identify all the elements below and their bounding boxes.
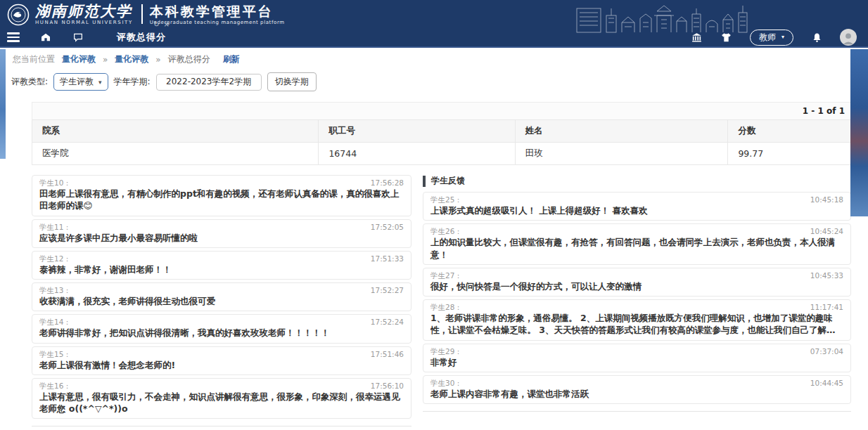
column-header-name: 姓名	[515, 120, 728, 143]
comment-list-left: 学生10 :17:56:28 田老师上课很有意思，有精心制作的ppt和有趣的视频…	[32, 175, 411, 426]
comment-text: 上课有意思，很有吸引力，不会走神，知识点讲解很有意思，很形象，印象深刻，很幸运遇…	[39, 391, 404, 415]
message-icon[interactable]	[72, 31, 84, 44]
tab-evaluation-score[interactable]: 评教总得分 ↻ ×	[117, 31, 166, 44]
term-input[interactable]	[156, 74, 262, 91]
comment-author: 学生30 :	[430, 378, 459, 388]
comment-time: 17:56:10	[371, 381, 404, 391]
chevron-down-icon: ▾	[98, 79, 102, 86]
tab-actions: ↻ ×	[153, 20, 170, 28]
score-table-section: 1 - 1 of 1 院系 职工号 姓名 分数 医学院 16744 田玫 99.…	[32, 102, 851, 165]
table-header-row: 院系 职工号 姓名 分数	[32, 120, 851, 143]
page: 湖南师范大学 HUNAN NORMAL UNIVERSITY 本科教学管理平台 …	[0, 0, 868, 430]
cell-staff-id: 16744	[319, 143, 515, 165]
university-name-cn: 湖南师范大学	[35, 3, 133, 20]
feedback-card: 学生30 :10:44:45 老师上课内容非常有趣，课堂也非常活跃	[423, 375, 851, 404]
feedback-card: 学生26 :10:45:24 上的知识量比较大，但课堂很有趣，有抢答，有回答问题…	[423, 223, 851, 265]
comment-time: 17:52:24	[371, 317, 404, 327]
filter-bar: 评教类型: 学生评教 ▾ 学年学期: 切换学期	[6, 69, 850, 98]
comment-author: 学生12 :	[39, 254, 68, 263]
breadcrumb-separator: »	[155, 55, 160, 65]
pagination-info: 1 - 1 of 1	[32, 102, 851, 119]
comment-time: 17:52:05	[371, 222, 404, 232]
column-header-score: 分数	[728, 120, 851, 143]
comment-text: 非常好	[430, 356, 843, 368]
role-dropdown[interactable]: 教师 ▾	[750, 30, 793, 46]
comment-time: 17:52:27	[371, 285, 404, 295]
table-row: 医学院 16744 田玫 99.77	[32, 143, 851, 165]
cell-score: 99.77	[728, 143, 851, 165]
switch-term-button[interactable]: 切换学期	[267, 72, 317, 91]
breadcrumb-link-level2[interactable]: 量化评教	[115, 53, 148, 65]
role-label: 教师	[759, 32, 776, 44]
comment-card: 学生10 :17:56:28 田老师上课很有意思，有精心制作的ppt和有趣的视频…	[32, 175, 411, 216]
comment-time: 17:51:46	[371, 349, 404, 359]
brand-divider	[141, 4, 143, 24]
evaluation-type-value: 学生评教	[60, 76, 94, 88]
tab-label: 评教总得分	[117, 32, 166, 42]
cell-name: 田玫	[515, 143, 728, 165]
comment-card: 学生11 :17:52:05 应该是许多课中压力最小最容易听懂的啦	[32, 219, 411, 248]
feedback-card: 学生25 :10:45:18 上课形式真的超级吸引人！ 上课上得超级好！ 喜欢喜…	[423, 192, 851, 221]
university-name-en: HUNAN NORMAL UNIVERSITY	[35, 20, 133, 25]
breadcrumb: 您当前位置 量化评教 » 量化评教 » 评教总得分 刷新	[6, 48, 850, 69]
feedback-card: 学生28 :11:17:41 1、老师讲课非常的形象，通俗易懂。 2、上课期间视…	[423, 299, 851, 341]
comment-author: 学生16 :	[39, 381, 68, 391]
menu-toggle-icon[interactable]	[7, 32, 20, 42]
breadcrumb-current: 评教总得分	[168, 53, 210, 65]
feedback-card: 学生29 :07:37:04 非常好	[423, 344, 851, 372]
breadcrumb-prefix: 您当前位置	[13, 53, 55, 65]
comment-author: 学生14 :	[39, 317, 68, 327]
feedback-card: 学生27 :10:45:33 很好，快问快答是一个很好的方式，可以让人变的激情	[423, 268, 851, 297]
term-label: 学年学期:	[114, 76, 151, 88]
breadcrumb-separator: »	[103, 55, 108, 65]
feedback-title-text: 学生反馈	[431, 175, 465, 187]
home-icon[interactable]	[39, 31, 52, 44]
university-logo-icon	[7, 4, 30, 26]
score-table: 院系 职工号 姓名 分数 医学院 16744 田玫 99.77	[32, 119, 851, 165]
comment-text: 泰裤辣，非常好，谢谢田老师！！	[39, 263, 404, 275]
comment-card: 学生15 :17:51:46 老师上课很有激情！会想念老师的!	[32, 346, 411, 375]
user-avatar[interactable]	[840, 29, 857, 46]
comment-card: 学生13 :17:52:27 收获满满，很充实，老师讲得很生动也很可爱	[32, 282, 411, 311]
comment-text: 上课形式真的超级吸引人！ 上课上得超级好！ 喜欢喜欢	[430, 204, 843, 216]
comment-time: 10:45:18	[810, 195, 843, 204]
app-header: 湖南师范大学 HUNAN NORMAL UNIVERSITY 本科教学管理平台 …	[0, 0, 868, 48]
comment-author: 学生11 :	[39, 222, 68, 232]
evaluation-type-label: 评教类型:	[11, 76, 48, 88]
feedback-panel-title: 学生反馈	[423, 175, 851, 187]
comment-author: 学生25 :	[430, 195, 459, 204]
comment-text: 应该是许多课中压力最小最容易听懂的啦	[39, 232, 404, 244]
header-brand-row: 湖南师范大学 HUNAN NORMAL UNIVERSITY 本科教学管理平台 …	[0, 0, 868, 28]
column-header-department: 院系	[32, 120, 319, 143]
comment-author: 学生29 :	[430, 346, 459, 356]
comment-text: 上的知识量比较大，但课堂很有趣，有抢答，有回答问题，也会请同学上去演示，老师也负…	[430, 236, 843, 261]
comment-time: 10:44:45	[810, 378, 843, 388]
comment-time: 17:51:33	[371, 254, 404, 263]
comment-text: 收获满满，很充实，老师讲得很生动也很可爱	[39, 295, 404, 307]
comment-card: 学生12 :17:51:33 泰裤辣，非常好，谢谢田老师！！	[32, 251, 411, 280]
campus-skyline-illustration	[575, 1, 755, 34]
comment-text: 很好，快问快答是一个很好的方式，可以让人变的激情	[430, 280, 843, 292]
comment-card: 学生14 :17:52:24 老师讲得非常好，把知识点讲得很清晰，我真的好喜欢玫…	[32, 314, 411, 343]
student-feedback-panel: 学生反馈 学生25 :10:45:18 上课形式真的超级吸引人！ 上课上得超级好…	[423, 175, 851, 412]
tab-close-icon[interactable]: ×	[164, 20, 170, 28]
comment-time: 10:45:24	[810, 226, 843, 236]
comment-text: 老师上课很有激情！会想念老师的!	[39, 359, 404, 371]
comment-time: 10:45:33	[810, 271, 843, 280]
cell-department: 医学院	[32, 143, 319, 165]
evaluation-type-select[interactable]: 学生评教 ▾	[53, 73, 108, 91]
comment-text: 老师讲得非常好，把知识点讲得很清晰，我真的好喜欢玫玫老师！！！！！	[39, 327, 404, 339]
comment-time: 11:17:41	[810, 302, 843, 312]
comment-text: 老师上课内容非常有趣，课堂也非常活跃	[430, 388, 843, 400]
comment-author: 学生15 :	[39, 349, 68, 359]
breadcrumb-link-level1[interactable]: 量化评教	[62, 53, 96, 65]
comment-author: 学生26 :	[430, 226, 459, 236]
title-accent-bar	[423, 176, 426, 187]
tab-refresh-icon[interactable]: ↻	[153, 20, 160, 28]
refresh-link[interactable]: 刷新	[223, 53, 240, 65]
comment-text: 1、老师讲课非常的形象，通俗易懂。 2、上课期间视频播放既方便我们理解知识，也增…	[430, 312, 843, 337]
bell-icon[interactable]	[810, 31, 823, 44]
comments-area: 学生10 :17:56:28 田老师上课很有意思，有精心制作的ppt和有趣的视频…	[32, 175, 851, 426]
comment-author: 学生27 :	[430, 271, 459, 280]
university-name-block: 湖南师范大学 HUNAN NORMAL UNIVERSITY	[35, 3, 133, 25]
